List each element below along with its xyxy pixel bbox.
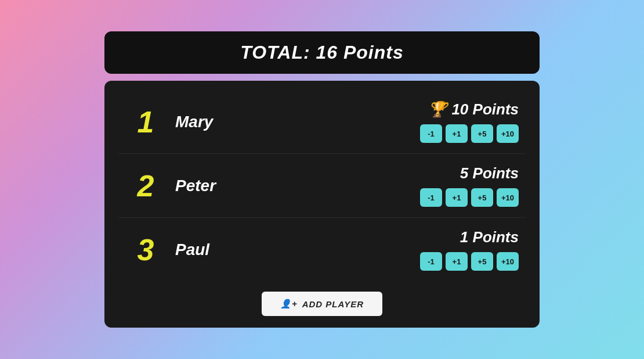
score-label: 🏆10 Points (428, 100, 519, 119)
player-row: 3Paul1 Points-1+1+5+10 (118, 218, 526, 281)
player-name: Paul (166, 240, 420, 259)
total-points-label: TOTAL: 16 Points (240, 42, 404, 63)
player-row: 1Mary🏆10 Points-1+1+5+10 (118, 90, 526, 154)
score-section: 1 Points-1+1+5+10 (420, 228, 519, 271)
players-list: 1Mary🏆10 Points-1+1+5+102Peter5 Points-1… (118, 90, 526, 281)
player-rank: 2 (125, 168, 166, 203)
add-player-label: ADD PLAYER (302, 299, 364, 309)
player-rank: 1 (125, 105, 166, 139)
score-label: 1 Points (460, 228, 519, 246)
score-adjust-button[interactable]: -1 (420, 252, 442, 271)
score-adjust-button[interactable]: +1 (446, 188, 468, 207)
score-adjust-button[interactable]: -1 (420, 188, 442, 207)
score-label: 5 Points (460, 164, 519, 182)
score-buttons: -1+1+5+10 (420, 252, 519, 271)
score-text: 5 Points (460, 164, 519, 182)
score-adjust-button[interactable]: +1 (446, 252, 468, 271)
add-player-row: 👤+ ADD PLAYER (118, 281, 526, 316)
main-container: TOTAL: 16 Points 1Mary🏆10 Points-1+1+5+1… (104, 31, 540, 328)
score-adjust-button[interactable]: +5 (471, 252, 493, 271)
score-section: 🏆10 Points-1+1+5+10 (420, 100, 519, 143)
score-section: 5 Points-1+1+5+10 (420, 164, 519, 207)
score-adjust-button[interactable]: -1 (420, 124, 442, 143)
trophy-icon: 🏆 (428, 100, 447, 119)
score-text: 10 Points (451, 100, 519, 119)
score-adjust-button[interactable]: +10 (497, 124, 519, 143)
score-adjust-button[interactable]: +10 (497, 252, 519, 271)
score-adjust-button[interactable]: +5 (471, 124, 493, 143)
score-adjust-button[interactable]: +10 (497, 188, 519, 207)
player-name: Peter (166, 177, 420, 195)
score-adjust-button[interactable]: +1 (446, 124, 468, 143)
player-rank: 3 (125, 232, 166, 267)
add-person-icon: 👤+ (280, 299, 298, 309)
score-buttons: -1+1+5+10 (420, 124, 519, 143)
scoreboard: 1Mary🏆10 Points-1+1+5+102Peter5 Points-1… (104, 81, 540, 328)
player-row: 2Peter5 Points-1+1+5+10 (118, 154, 526, 218)
total-header: TOTAL: 16 Points (104, 31, 540, 74)
add-player-button[interactable]: 👤+ ADD PLAYER (262, 292, 382, 316)
score-buttons: -1+1+5+10 (420, 188, 519, 207)
score-text: 1 Points (460, 228, 519, 246)
player-name: Mary (166, 113, 420, 131)
score-adjust-button[interactable]: +5 (471, 188, 493, 207)
